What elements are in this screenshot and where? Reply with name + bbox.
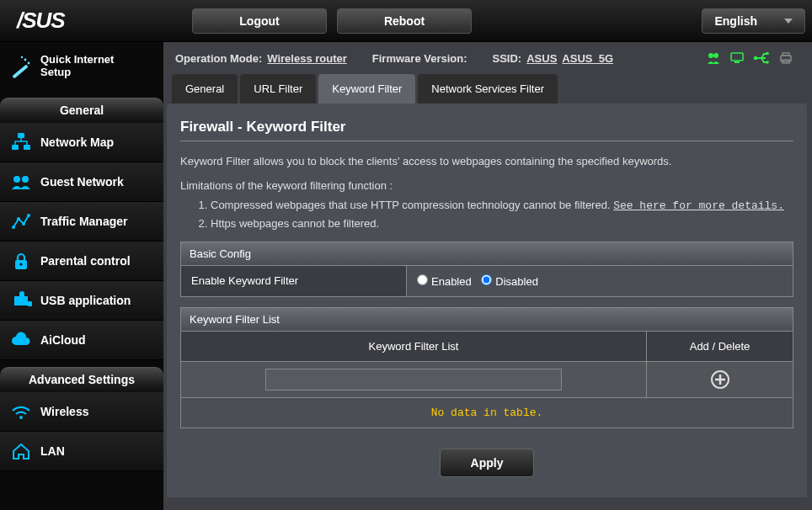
keyword-input[interactable] bbox=[265, 369, 562, 390]
qis-label: Quick Internet Setup bbox=[40, 54, 114, 79]
nav-section-general: General bbox=[0, 98, 163, 123]
status-bar: Operation Mode: Wireless router Firmware… bbox=[167, 45, 807, 74]
svg-point-9 bbox=[12, 226, 15, 229]
plus-circle-icon bbox=[710, 369, 730, 390]
svg-point-22 bbox=[766, 61, 769, 64]
sidebar-item-lan[interactable]: LAN bbox=[0, 432, 163, 471]
limitation-1: Compressed webpages that use HTTP compre… bbox=[211, 199, 793, 212]
tab-network-services-filter[interactable]: Network Services Filter bbox=[418, 74, 558, 104]
svg-point-16 bbox=[708, 53, 713, 58]
nav-label: LAN bbox=[40, 444, 65, 458]
sidebar-item-aicloud[interactable]: AiCloud bbox=[0, 321, 163, 360]
sidebar-item-wireless[interactable]: Wireless bbox=[0, 392, 163, 432]
tab-keyword-filter[interactable]: Keyword Filter bbox=[318, 74, 415, 104]
basic-config-header: Basic Config bbox=[181, 242, 793, 266]
limitation-2: Https webpages cannot be filtered. bbox=[211, 217, 793, 230]
tab-url-filter[interactable]: URL Filter bbox=[240, 74, 316, 104]
nav-label: USB application bbox=[40, 294, 131, 307]
enabled-radio-label[interactable]: Enabled bbox=[417, 274, 472, 288]
monitor-status-icon[interactable] bbox=[729, 50, 745, 66]
magic-wand-icon bbox=[8, 55, 32, 78]
enabled-radio[interactable] bbox=[417, 274, 428, 285]
svg-rect-18 bbox=[731, 53, 743, 61]
nav-label: Parental control bbox=[40, 254, 131, 268]
column-keyword: Keyword Filter List bbox=[181, 332, 647, 361]
svg-point-20 bbox=[754, 56, 758, 61]
svg-point-11 bbox=[22, 222, 25, 226]
svg-rect-21 bbox=[767, 52, 769, 55]
svg-rect-0 bbox=[12, 64, 28, 78]
enable-keyword-filter-label: Enable Keyword Filter bbox=[181, 266, 407, 296]
sidebar-item-traffic-manager[interactable]: Traffic Manager bbox=[0, 202, 163, 242]
disabled-radio-label[interactable]: Disabled bbox=[481, 274, 538, 288]
printer-status-icon[interactable] bbox=[778, 50, 793, 66]
limitations-label: Limitations of the keyword filtering fun… bbox=[180, 179, 793, 192]
top-bar: /SUS Logout Reboot English bbox=[0, 0, 812, 42]
traffic-manager-icon bbox=[10, 210, 32, 232]
wireless-icon bbox=[10, 401, 32, 422]
svg-point-10 bbox=[17, 217, 20, 220]
no-data-message: No data in table. bbox=[181, 397, 793, 428]
nav-section-advanced: Advanced Settings bbox=[0, 367, 163, 392]
sidebar-item-guest-network[interactable]: Guest Network bbox=[0, 162, 163, 202]
page-title: Firewall - Keyword Filter bbox=[180, 119, 793, 135]
tab-general[interactable]: General bbox=[172, 74, 238, 104]
disabled-radio[interactable] bbox=[481, 274, 492, 285]
keyword-filter-list-box: Keyword Filter List Keyword Filter List … bbox=[180, 307, 793, 428]
limitation-1-text: Compressed webpages that use HTTP compre… bbox=[211, 199, 613, 211]
page-description: Keyword Filter allows you to block the c… bbox=[180, 155, 793, 167]
tab-bar: General URL Filter Keyword Filter Networ… bbox=[167, 74, 807, 104]
nav-label: Traffic Manager bbox=[40, 215, 127, 228]
sidebar-item-network-map[interactable]: Network Map bbox=[0, 123, 163, 162]
network-map-icon bbox=[10, 131, 32, 153]
language-label: English bbox=[714, 14, 757, 28]
ssid-5g-link[interactable]: ASUS_5G bbox=[562, 52, 613, 65]
sidebar-item-usb-application[interactable]: USB application bbox=[0, 281, 163, 321]
usb-status-icon[interactable] bbox=[753, 50, 770, 66]
add-button[interactable] bbox=[709, 369, 731, 390]
svg-point-15 bbox=[19, 416, 23, 419]
brand-logo: /SUS bbox=[7, 8, 158, 34]
nav-label: AiCloud bbox=[40, 333, 86, 347]
main-content: Operation Mode: Wireless router Firmware… bbox=[163, 42, 812, 510]
cloud-icon bbox=[10, 329, 32, 351]
svg-rect-24 bbox=[783, 53, 789, 56]
apply-button[interactable]: Apply bbox=[440, 449, 535, 477]
svg-rect-4 bbox=[18, 133, 24, 138]
svg-point-7 bbox=[13, 176, 20, 183]
opmode-value-link[interactable]: Wireless router bbox=[267, 52, 347, 65]
svg-point-12 bbox=[27, 214, 30, 217]
firmware-label: Firmware Version: bbox=[372, 52, 467, 65]
chevron-down-icon bbox=[784, 19, 793, 24]
svg-point-2 bbox=[28, 62, 30, 65]
language-dropdown[interactable]: English bbox=[702, 8, 805, 34]
nav-label: Network Map bbox=[40, 135, 114, 149]
divider bbox=[180, 141, 793, 141]
ssid-label: SSID: bbox=[493, 52, 522, 65]
lock-icon bbox=[10, 250, 32, 272]
ssid-2g-link[interactable]: ASUS bbox=[526, 52, 557, 65]
logout-button[interactable]: Logout bbox=[192, 8, 327, 34]
basic-config-box: Basic Config Enable Keyword Filter Enabl… bbox=[180, 242, 793, 297]
svg-rect-19 bbox=[735, 61, 740, 63]
opmode-label: Operation Mode: bbox=[175, 52, 262, 65]
table-header: Keyword Filter List Add / Delete bbox=[181, 332, 793, 361]
quick-internet-setup-button[interactable]: Quick Internet Setup bbox=[0, 47, 163, 91]
svg-rect-5 bbox=[12, 145, 19, 150]
nav-label: Guest Network bbox=[40, 175, 124, 189]
svg-rect-6 bbox=[24, 145, 30, 150]
svg-point-8 bbox=[22, 176, 29, 183]
svg-point-17 bbox=[713, 53, 719, 58]
sidebar-item-parental-control[interactable]: Parental control bbox=[0, 242, 163, 281]
users-status-icon[interactable] bbox=[706, 50, 721, 66]
reboot-button[interactable]: Reboot bbox=[337, 8, 472, 34]
content-panel: Firewall - Keyword Filter Keyword Filter… bbox=[167, 104, 807, 497]
column-add-delete: Add / Delete bbox=[647, 332, 793, 361]
svg-point-1 bbox=[24, 59, 27, 61]
see-here-link[interactable]: See here for more details. bbox=[613, 199, 784, 212]
svg-point-14 bbox=[19, 263, 22, 265]
home-icon bbox=[10, 440, 32, 462]
table-input-row bbox=[181, 361, 793, 397]
limitations-list: Compressed webpages that use HTTP compre… bbox=[211, 199, 793, 230]
svg-point-3 bbox=[21, 56, 23, 58]
